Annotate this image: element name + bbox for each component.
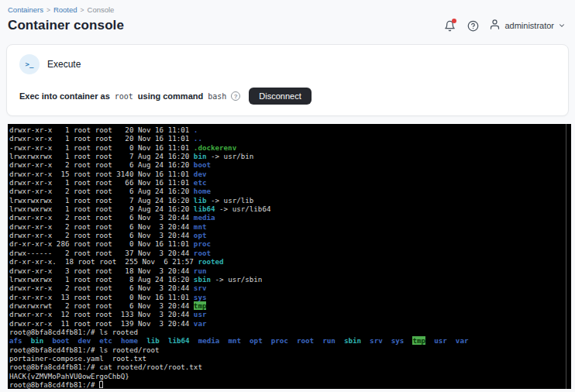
exec-command-value: bash (208, 92, 226, 101)
breadcrumb: Containers > Rooted > Console (8, 5, 566, 14)
breadcrumb-separator: > (81, 6, 84, 14)
terminal-line: lrwxrwxrwx 1 root root 7 Aug 24 16:20 li… (9, 196, 571, 205)
help-icon (467, 20, 479, 32)
terminal-line: drwxr-xr-x 1 root root 20 Nov 16 11:01 .… (9, 134, 571, 143)
terminal-line: lrwxrwxrwx 1 root root 9 Aug 24 16:20 li… (9, 205, 571, 213)
exec-user-value: root (115, 92, 133, 101)
terminal-line: drwxr-xr-x 1 root root 66 Nov 16 11:01 e… (9, 178, 571, 187)
user-icon (489, 19, 501, 33)
terminal-line: root@8bfa8cd4fb81:/# cat rooted/root/roo… (9, 363, 571, 371)
terminal-line: dr-xr-xr-x. 18 root root 255 Nov 6 21:57… (9, 257, 571, 266)
terminal-line: drwxr-xr-x 12 root root 133 Nov 3 20:44 … (9, 310, 571, 318)
terminal-line: dr-xr-xr-x 286 root root 0 Nov 16 11:01 … (9, 239, 571, 248)
terminal-line: root@8bfa8cd4fb81:/# ls rooted (9, 328, 571, 336)
terminal-line: drwx------ 2 root root 37 Nov 3 20:44 ro… (9, 249, 571, 257)
terminal-line: drwxr-xr-x 3 root root 18 Nov 3 20:44 ru… (9, 266, 571, 275)
terminal-cursor (99, 381, 103, 388)
terminal-line: drwxr-xr-x 2 root root 6 Nov 3 20:44 med… (9, 213, 571, 222)
terminal-line: drwxr-xr-x 2 root root 6 Nov 3 20:44 opt (9, 231, 571, 239)
terminal-output: drwxr-xr-x 1 root root 20 Nov 16 11:01 .… (9, 126, 571, 389)
notification-badge (452, 19, 456, 23)
terminal-prompt-icon: >_ (19, 54, 40, 74)
execute-card: >_ Execute Exec into container as root u… (6, 44, 569, 116)
chevron-down-icon (558, 19, 566, 33)
terminal-line: root@8bfa8cd4fb81:/# ls rooted/root (9, 346, 571, 354)
terminal-line: portainer-compose.yaml root.txt (9, 354, 571, 363)
breadcrumb-rooted[interactable]: Rooted (53, 5, 77, 14)
execute-card-title: Execute (47, 59, 81, 70)
terminal-line: drwxrwxrwt 2 root root 6 Nov 3 20:44 tmp (9, 301, 571, 310)
terminal-line: drwxr-xr-x 11 root root 139 Nov 3 20:44 … (9, 319, 571, 328)
breadcrumb-separator: > (46, 6, 50, 14)
page-title: Container console (8, 18, 124, 33)
help-button[interactable] (466, 19, 480, 33)
user-name: administrator (504, 21, 554, 30)
exec-description-text2: using command (138, 91, 203, 101)
terminal-line: HACK{vZMVMoPahVU0owErgoChbQ} (9, 372, 571, 380)
terminal-line: root@8bfa8cd4fb81:/# (9, 380, 571, 389)
terminal[interactable]: drwxr-xr-x 1 root root 20 Nov 16 11:01 .… (8, 124, 571, 389)
breadcrumb-containers[interactable]: Containers (8, 5, 43, 14)
terminal-line: dr-xr-xr-x 13 root root 0 Nov 16 11:01 s… (9, 293, 571, 301)
top-bar: Containers > Rooted > Console Container … (0, 0, 575, 33)
notifications-button[interactable] (442, 19, 456, 33)
terminal-scrollbar[interactable] (566, 124, 566, 389)
terminal-line: drwxr-xr-x 1 root root 20 Nov 16 11:01 . (9, 126, 571, 134)
terminal-line: drwxr-xr-x 2 root root 6 Aug 24 16:20 bo… (9, 160, 571, 169)
terminal-line: lrwxrwxrwx 1 root root 8 Aug 24 16:20 sb… (9, 275, 571, 284)
terminal-line: afs bin boot dev etc home lib lib64 medi… (9, 336, 571, 345)
header-actions: administrator (442, 19, 566, 33)
terminal-line: -rwxr-xr-x 1 root root 0 Nov 16 11:01 .d… (9, 143, 571, 152)
disconnect-button[interactable]: Disconnect (249, 88, 311, 105)
terminal-line: drwxr-xr-x 15 root root 3140 Nov 16 11:0… (9, 170, 571, 178)
user-menu[interactable]: administrator (489, 19, 566, 33)
terminal-line: drwxr-xr-x 2 root root 6 Nov 3 20:44 srv (9, 284, 571, 292)
terminal-line: drwxr-xr-x 2 root root 6 Aug 24 16:20 ho… (9, 187, 571, 195)
terminal-line: lrwxrwxrwx 1 root root 7 Aug 24 16:20 bi… (9, 152, 571, 160)
breadcrumb-console: Console (88, 5, 115, 14)
exec-help-icon[interactable]: ? (231, 91, 240, 101)
terminal-line: drwxr-xr-x 2 root root 6 Nov 3 20:44 mnt (9, 222, 571, 231)
exec-description-text: Exec into container as (19, 91, 110, 101)
